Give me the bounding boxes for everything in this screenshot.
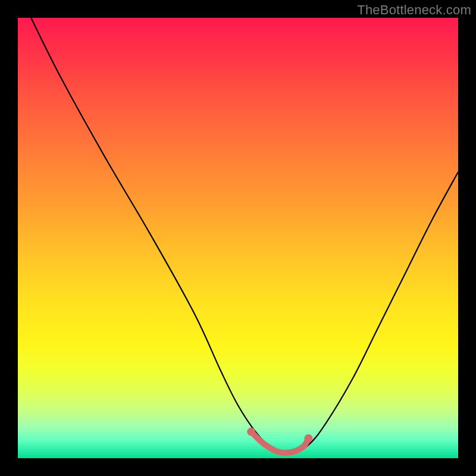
watermark-label: TheBottleneck.com [357, 2, 471, 18]
chart-frame: TheBottleneck.com [0, 0, 476, 476]
plateau-endpoint-right-icon [304, 434, 312, 443]
plateau-path [251, 432, 308, 453]
plot-area [18, 18, 458, 458]
plateau-overlay [18, 18, 458, 458]
plateau-endpoint-left-icon [247, 428, 255, 436]
